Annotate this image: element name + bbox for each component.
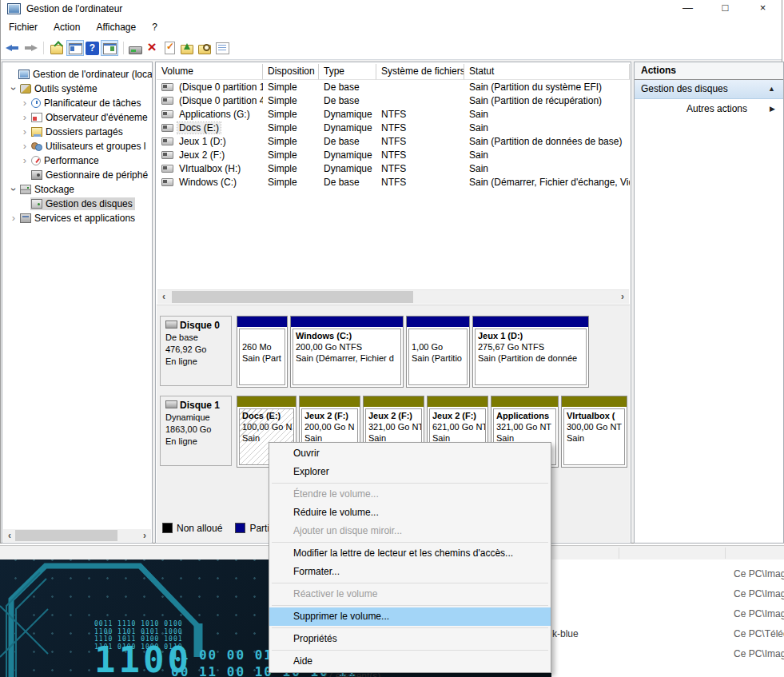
volume-row[interactable]: VIrtualbox (H:) Simple Dynamique NTFS Sa… (157, 162, 630, 176)
collapse-icon[interactable]: ▲ (768, 80, 775, 98)
column-header[interactable]: Statut (464, 64, 630, 80)
actions-group-disk-management[interactable]: Gestion des disques ▲ (635, 80, 783, 99)
volume-row[interactable]: (Disque 0 partition 1) Simple De base Sa… (157, 81, 630, 94)
volume-row[interactable]: (Disque 0 partition 4) Simple De base Sa… (157, 94, 630, 108)
tree-item[interactable]: Gestionnaire de périphé (2, 168, 152, 182)
partition-name: Jeux 1 (D:) (478, 330, 583, 341)
menu-separator (269, 540, 551, 544)
maximize-button[interactable]: □ (706, 0, 744, 18)
disk-name: Disque 1 (180, 400, 220, 411)
back-icon[interactable] (5, 40, 21, 56)
menu-bar-item[interactable]: Action (46, 22, 88, 33)
action-pane-icon[interactable] (101, 40, 118, 56)
tree-item[interactable]: Dossiers partagés (2, 125, 152, 139)
expander-icon[interactable] (19, 141, 30, 152)
partition-name: Windows (C:) (296, 330, 398, 341)
volume-row[interactable]: Jeux 1 (D:) Simple De base NTFS Sain (Pa… (157, 135, 630, 149)
scrollbar-thumb[interactable] (15, 530, 117, 541)
menu-bar-item[interactable]: ? (144, 22, 165, 33)
explore-icon[interactable] (197, 40, 213, 56)
file-path: Ce PC\Imag (734, 604, 784, 624)
tree-item[interactable]: Planificateur de tâches (2, 96, 152, 110)
disk-label[interactable]: Disque 1 Dynamique 1863,00 Go En ligne (160, 396, 232, 466)
explorer-file-row[interactable]: Ce PC\Imag (551, 584, 784, 604)
scroll-left-icon[interactable]: ‹ (3, 529, 16, 542)
help-icon[interactable] (86, 42, 99, 55)
volume-name: Applications (G:) (177, 109, 252, 120)
drive-paths-icon[interactable] (214, 40, 230, 56)
explorer-file-row[interactable]: k-blue Ce PC\Téléc (551, 624, 784, 644)
expander-icon[interactable] (8, 83, 19, 94)
rescan-disks-icon[interactable] (129, 46, 142, 54)
disk-label[interactable]: Disque 0 De base 476,92 Go En ligne (160, 316, 232, 386)
scroll-left-icon[interactable]: ‹ (157, 290, 170, 304)
partition-box[interactable]: 260 Mo Sain (Part (237, 316, 288, 388)
actions-more-actions[interactable]: Autres actions ▶ (635, 99, 783, 118)
file-path: Ce PC\Imag (734, 584, 784, 604)
tree-item-label: Performance (44, 155, 99, 166)
menu-bar-item[interactable]: Affichage (88, 22, 144, 33)
volume-row[interactable]: Docs (E:) Simple Dynamique NTFS Sain (157, 121, 630, 135)
tree-item[interactable]: Outils système (2, 82, 152, 96)
partition-box[interactable]: VIrtualbox ( 300,00 Go NT Sain (561, 396, 627, 468)
scrollbar-thumb[interactable] (172, 291, 413, 303)
toolbar (1, 37, 782, 60)
volume-row[interactable]: Jeux 2 (F:) Simple Dynamique NTFS Sain (157, 149, 630, 162)
column-header[interactable]: Volume (157, 64, 263, 80)
tree-item[interactable]: Gestion des disques (2, 197, 152, 211)
menu-item[interactable]: Modifier la lettre de lecteur et les che… (269, 544, 551, 563)
expander-icon[interactable] (8, 213, 19, 224)
expander-icon[interactable] (19, 155, 30, 166)
explorer-file-row[interactable]: Ce PC\Imag (551, 564, 784, 584)
menu-item[interactable]: Propriétés (269, 630, 551, 648)
close-button[interactable]: × (744, 0, 782, 18)
volume-list-horizontal-scrollbar[interactable]: ‹ › (157, 289, 629, 304)
expander-icon[interactable] (8, 184, 19, 195)
console-tree-icon[interactable] (66, 40, 84, 56)
partition-box[interactable]: Windows (C:) 200,00 Go NTFS Sain (Démarr… (290, 316, 404, 388)
volume-disposition: Simple (263, 81, 319, 94)
partition-box[interactable]: Jeux 1 (D:) 275,67 Go NTFS Sain (Partiti… (472, 316, 589, 388)
partition-box[interactable]: 1,00 Go Sain (Partitio (406, 316, 470, 388)
volume-list-header: Volume Disposition Type Système de fichi… (157, 64, 630, 80)
menu-bar-item[interactable]: Fichier (1, 22, 46, 33)
title-bar[interactable]: Gestion de l'ordinateur — □ × (1, 0, 782, 18)
delete-icon[interactable] (144, 40, 160, 56)
legend-swatch (162, 523, 173, 533)
menu-item[interactable]: Supprimer le volume... (269, 607, 551, 626)
column-header[interactable]: Type (319, 64, 376, 80)
explorer-file-row[interactable]: Ce PC\Imag (551, 644, 784, 664)
expander-icon[interactable] (19, 98, 30, 109)
scroll-right-icon[interactable]: › (616, 290, 629, 304)
volume-name: Docs (E:) (177, 122, 221, 133)
export-list-icon[interactable] (49, 40, 65, 56)
column-header[interactable]: Système de fichiers (376, 64, 464, 80)
menu-item[interactable]: Formater... (269, 563, 551, 581)
volume-row[interactable]: Applications (G:) Simple Dynamique NTFS … (157, 108, 630, 121)
tree-horizontal-scrollbar[interactable]: ‹ › (3, 529, 151, 542)
partition-size: 275,67 Go NTFS (478, 341, 583, 352)
menu-item[interactable]: Réduire le volume... (269, 504, 551, 522)
open-icon[interactable] (179, 40, 195, 56)
properties-check-icon[interactable] (161, 40, 177, 56)
menu-item-label: Ouvrir (293, 448, 320, 459)
tree-item[interactable]: Utilisateurs et groupes l (2, 139, 152, 153)
minimize-button[interactable]: — (669, 0, 706, 18)
explorer-file-row[interactable]: Ce PC\Imag (551, 604, 784, 624)
menu-item[interactable]: Ouvrir (269, 444, 551, 463)
tree-item[interactable]: Gestion de l'ordinateur (local) (2, 67, 152, 82)
expander-icon[interactable] (19, 126, 30, 137)
menu-item[interactable]: Explorer (269, 463, 551, 481)
column-header[interactable]: Disposition (263, 64, 319, 80)
shared-folders-icon (31, 127, 42, 137)
volume-row[interactable]: Windows (C:) Simple De base NTFS Sain (D… (157, 176, 630, 189)
tree-item[interactable]: Observateur d'événeme (2, 110, 152, 125)
tree-item[interactable]: Stockage (2, 182, 152, 197)
scroll-right-icon[interactable]: › (138, 529, 151, 542)
partition-name: VIrtualbox ( (567, 410, 622, 421)
forward-icon[interactable] (22, 40, 38, 56)
expander-icon[interactable] (19, 112, 30, 123)
tree-item[interactable]: Services et applications (2, 211, 152, 225)
tree-item[interactable]: Performance (2, 153, 152, 168)
menu-item[interactable]: Aide (269, 652, 551, 671)
